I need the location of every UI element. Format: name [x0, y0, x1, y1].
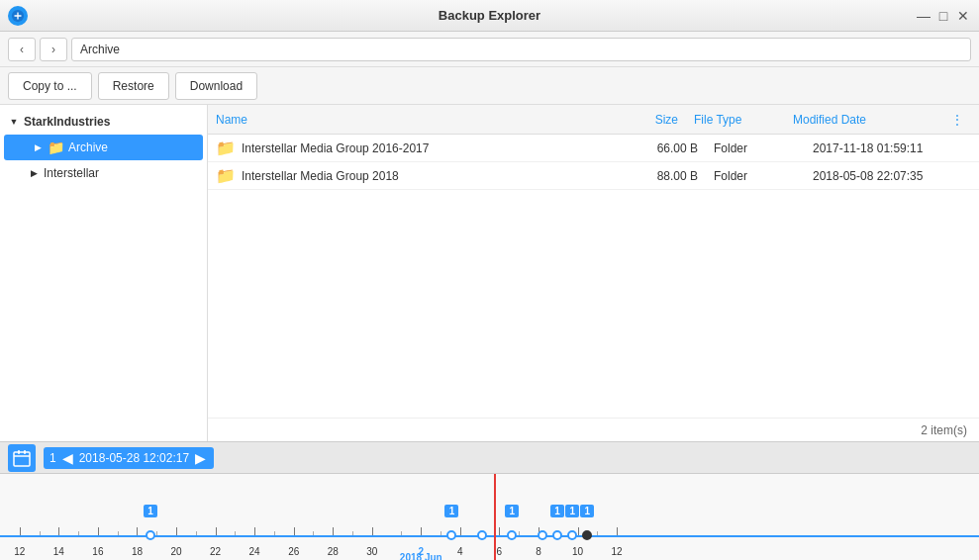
file-size: 66.00 B: [635, 141, 714, 155]
svg-rect-1: [14, 452, 30, 466]
file-date: 2017-11-18 01:59:11: [813, 141, 971, 155]
item-count: 2 item(s): [921, 423, 967, 437]
restore-button[interactable]: Restore: [98, 72, 169, 100]
file-date: 2018-05-08 22:07:35: [813, 169, 971, 183]
timeline-badge: 1: [144, 505, 157, 517]
toolbar: Copy to ... Restore Download: [0, 67, 979, 105]
timeline-month-label: 2018 Jun: [400, 552, 442, 560]
sidebar-item-archive[interactable]: ▶ 📁 Archive: [4, 135, 203, 160]
main-area: ▼ StarkIndustries ▶ 📁 Archive ▶ Interste…: [0, 105, 979, 441]
timeline: 1 ◀ 2018-05-28 12:02:17 ▶ 12141618202224…: [0, 441, 979, 560]
sidebar: ▼ StarkIndustries ▶ 📁 Archive ▶ Interste…: [0, 105, 208, 441]
title-bar: Backup Explorer — □ ✕: [0, 0, 979, 32]
timeline-badge: 1: [444, 505, 458, 517]
file-type: Folder: [714, 169, 813, 183]
copy-to-button[interactable]: Copy to ...: [8, 72, 92, 100]
col-date-header[interactable]: Modified Date: [793, 113, 951, 127]
app-icon: [8, 6, 28, 26]
col-more-header: ⋮: [951, 113, 971, 127]
timeline-badge: 1: [580, 505, 594, 517]
timeline-current-line: [494, 474, 496, 560]
timeline-nav-label: 2018-05-28 12:02:17: [79, 451, 189, 465]
table-row[interactable]: 📁 Interstellar Media Group 2016-2017 66.…: [208, 135, 979, 162]
sidebar-item-interstellar[interactable]: ▶ Interstellar: [0, 160, 207, 186]
timeline-dot[interactable]: [146, 530, 155, 540]
col-size-header[interactable]: Size: [615, 113, 694, 127]
timeline-badge: 1: [505, 505, 519, 517]
window-title: Backup Explorer: [439, 8, 540, 23]
timeline-nav: 1 ◀ 2018-05-28 12:02:17 ▶: [44, 447, 214, 469]
nav-bar: ‹ › Archive: [0, 32, 979, 67]
download-button[interactable]: Download: [175, 72, 257, 100]
chevron-right-icon-2: ▶: [28, 167, 40, 179]
svg-rect-2: [18, 450, 20, 454]
close-button[interactable]: ✕: [955, 8, 971, 24]
timeline-dot[interactable]: [552, 530, 562, 540]
table-row[interactable]: 📁 Interstellar Media Group 2018 88.00 B …: [208, 162, 979, 190]
forward-button[interactable]: ›: [40, 38, 67, 61]
file-name: Interstellar Media Group 2016-2017: [242, 141, 635, 155]
timeline-dot[interactable]: [567, 530, 577, 540]
file-type: Folder: [714, 141, 813, 155]
folder-icon: 📁: [216, 139, 236, 157]
sidebar-archive-label: Archive: [68, 140, 108, 154]
minimize-button[interactable]: —: [916, 8, 931, 24]
timeline-dot[interactable]: [582, 530, 592, 540]
col-type-header[interactable]: File Type: [694, 113, 793, 127]
file-name: Interstellar Media Group 2018: [242, 169, 635, 183]
chevron-down-icon: ▼: [8, 116, 20, 128]
svg-rect-3: [24, 450, 26, 454]
back-button[interactable]: ‹: [8, 38, 36, 61]
chevron-right-icon: ▶: [32, 141, 44, 153]
file-list-body: 📁 Interstellar Media Group 2016-2017 66.…: [208, 135, 979, 418]
timeline-prev-button[interactable]: ◀: [60, 450, 75, 466]
sidebar-root-stark[interactable]: ▼ StarkIndustries: [0, 109, 207, 135]
address-bar[interactable]: Archive: [71, 38, 971, 61]
sidebar-interstellar-label: Interstellar: [44, 166, 99, 180]
timeline-badge: 1: [565, 505, 579, 517]
calendar-icon[interactable]: [8, 444, 36, 472]
file-list: Name Size File Type Modified Date ⋮ 📁 In…: [208, 105, 979, 441]
col-name-header[interactable]: Name: [216, 113, 615, 127]
timeline-badge: 1: [550, 505, 564, 517]
timeline-dot[interactable]: [477, 530, 487, 540]
folder-icon: 📁: [48, 140, 64, 155]
file-list-header: Name Size File Type Modified Date ⋮: [208, 105, 979, 135]
folder-icon: 📁: [216, 166, 236, 185]
timeline-next-button[interactable]: ▶: [193, 450, 208, 466]
title-bar-left: [8, 6, 28, 26]
file-size: 88.00 B: [635, 169, 714, 183]
timeline-dot[interactable]: [507, 530, 517, 540]
timeline-header: 1 ◀ 2018-05-28 12:02:17 ▶: [0, 442, 979, 474]
window-controls: — □ ✕: [916, 8, 971, 24]
timeline-nav-count: 1: [49, 451, 56, 465]
timeline-dot[interactable]: [538, 530, 547, 540]
file-list-footer: 2 item(s): [208, 418, 979, 441]
timeline-dot[interactable]: [446, 530, 456, 540]
maximize-button[interactable]: □: [935, 8, 951, 24]
timeline-body[interactable]: 12141618202224262830246810122018 Jun1111…: [0, 474, 979, 560]
sidebar-root-label: StarkIndustries: [24, 115, 110, 129]
